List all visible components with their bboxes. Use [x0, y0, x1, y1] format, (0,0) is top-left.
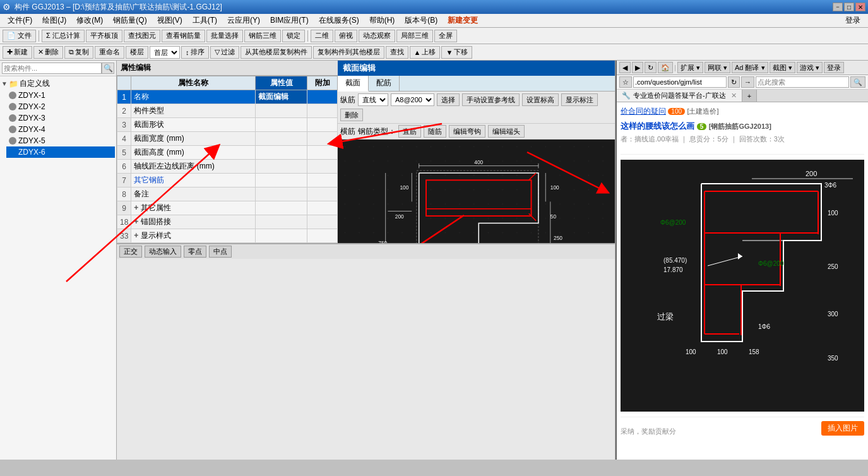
tree-item-zdyx1[interactable]: ZDYX-1: [6, 90, 115, 101]
copy-button[interactable]: ⧉ 复制: [64, 46, 93, 59]
row-value-1[interactable]: 截面编辑: [256, 90, 307, 104]
floor-select[interactable]: 首层: [150, 46, 180, 59]
row-value-7[interactable]: [256, 174, 307, 187]
screenshot-btn[interactable]: 截图 ▾: [770, 62, 795, 73]
link-price-contract[interactable]: 价合同的疑问: [621, 107, 666, 116]
tree-item-zdyx2[interactable]: ZDYX-2: [6, 101, 115, 112]
menu-rebar-qty[interactable]: 钢筋量(Q): [108, 14, 152, 27]
tb-lock[interactable]: 锁定: [282, 30, 305, 42]
translate-btn[interactable]: Ad 翻译 ▾: [732, 62, 768, 73]
search-input-browser[interactable]: [756, 76, 849, 88]
back-button[interactable]: ◀: [619, 62, 631, 73]
zero-point-button[interactable]: 零点: [184, 246, 206, 258]
line-type-select[interactable]: 直线: [358, 93, 388, 106]
row-value-8[interactable]: [256, 187, 307, 201]
tb-check-rebar[interactable]: 查看钢筋量: [162, 30, 205, 42]
star-button[interactable]: ☆: [619, 76, 632, 88]
dynamic-input-button[interactable]: 动态输入: [145, 246, 181, 258]
home-button[interactable]: 🏠: [658, 62, 673, 73]
cad-drawing-area[interactable]: 400 100 100 750 200: [338, 140, 615, 243]
browser-tab-qa[interactable]: 🔧 专业造价问题答疑平台-广联达 ✕: [617, 90, 742, 102]
down-button[interactable]: ▼ 下移: [441, 46, 472, 59]
filter-button[interactable]: ▽ 过滤: [210, 46, 239, 59]
delete-button[interactable]: ✕ 删除: [33, 46, 63, 59]
tab-close[interactable]: ✕: [731, 92, 737, 100]
search-input[interactable]: [2, 62, 102, 74]
menu-file[interactable]: 文件(F): [3, 14, 37, 27]
tree-item-zdyx4[interactable]: ZDYX-4: [6, 124, 115, 135]
sort-button[interactable]: ↕ 排序: [181, 46, 209, 59]
midpoint-button[interactable]: 中点: [209, 246, 232, 258]
menu-view[interactable]: 视图(V): [152, 14, 187, 27]
menu-version[interactable]: 版本号(B): [400, 14, 443, 27]
games-btn[interactable]: 游戏 ▾: [797, 62, 823, 73]
close-button[interactable]: ✕: [855, 3, 865, 11]
rename-button[interactable]: 重命名: [95, 46, 124, 59]
refresh-addr-button[interactable]: ↻: [728, 76, 740, 88]
tab-cross-section[interactable]: 截面: [338, 76, 369, 92]
forward-button[interactable]: ▶: [632, 62, 643, 73]
ortho-button[interactable]: 正交: [119, 246, 142, 258]
tb-top-view[interactable]: 俯视: [335, 30, 357, 42]
menu-draw[interactable]: 绘图(J): [37, 14, 71, 27]
tree-root[interactable]: ▼ 📁 自定义线: [1, 78, 115, 90]
row-value-3[interactable]: [256, 118, 307, 132]
menu-help[interactable]: 帮助(H): [364, 14, 400, 27]
tb-rebar-3d[interactable]: 钢筋三维: [244, 30, 281, 42]
set-height-button[interactable]: 设置标高: [522, 93, 559, 106]
row-value-5[interactable]: [256, 146, 307, 160]
tree-item-zdyx5[interactable]: ZDYX-5: [6, 135, 115, 146]
tab-rebar[interactable]: 配筋: [369, 76, 400, 91]
tree-item-zdyx3[interactable]: ZDYX-3: [6, 112, 115, 124]
tb-dynamic[interactable]: 动态观察: [359, 30, 395, 42]
menu-modify[interactable]: 修改(M): [71, 14, 108, 27]
address-input[interactable]: [633, 76, 727, 88]
menu-new-change[interactable]: 新建变更: [443, 14, 483, 27]
row-value-2[interactable]: [256, 104, 307, 118]
delete-rebar-button[interactable]: 删除: [340, 109, 363, 121]
from-other-floor-button[interactable]: 从其他楼层复制构件: [241, 46, 312, 59]
select-button[interactable]: 选择: [437, 93, 460, 106]
row-value-9[interactable]: [256, 201, 307, 215]
tb-sum[interactable]: Σ 汇总计算: [42, 30, 85, 42]
search-button[interactable]: 🔍: [102, 62, 114, 74]
question-title-1[interactable]: 这样的腰线该怎么画 5 [钢筋抽筋GGJ2013]: [621, 121, 864, 132]
show-label-button[interactable]: 显示标注: [561, 93, 598, 106]
menu-login[interactable]: 登录: [840, 14, 865, 27]
random-btn[interactable]: 随筋: [424, 125, 446, 138]
tb-local-3d[interactable]: 局部三维: [396, 30, 433, 42]
menu-online[interactable]: 在线服务(S): [314, 14, 364, 27]
expand-18[interactable]: +: [134, 217, 138, 226]
browser-content[interactable]: 价合同的疑问 100 [土建造价] 这样的腰线该怎么画 5 [钢筋抽筋GGJ20…: [617, 102, 868, 460]
edit-end-btn[interactable]: 编辑端头: [488, 125, 525, 138]
refresh-button[interactable]: ↻: [645, 62, 657, 73]
menu-cloud[interactable]: 云应用(Y): [222, 14, 265, 27]
menu-tools[interactable]: 工具(T): [187, 14, 222, 27]
tb-fullscreen[interactable]: 全屏: [434, 30, 457, 42]
find-button[interactable]: 查找: [386, 46, 408, 59]
manual-ref-button[interactable]: 手动设置参考线: [462, 93, 520, 106]
maximize-button[interactable]: □: [844, 3, 854, 11]
expand-9[interactable]: +: [134, 203, 138, 212]
go-button[interactable]: →: [741, 76, 754, 88]
row-value-18[interactable]: [256, 215, 307, 229]
copy-to-floor-button[interactable]: 复制构件到其他楼层: [313, 46, 384, 59]
new-button[interactable]: ✚ 新建: [3, 46, 32, 59]
up-button[interactable]: ▲ 上移: [410, 46, 441, 59]
network-btn[interactable]: 网联 ▾: [705, 62, 730, 73]
edit-curve-btn[interactable]: 编辑弯钩: [449, 125, 485, 138]
row-value-6[interactable]: [256, 160, 307, 174]
insert-image-button[interactable]: 插入图片: [821, 421, 864, 436]
expand-btn[interactable]: 扩展 ▾: [677, 62, 703, 73]
tb-file[interactable]: 📄 文件: [3, 30, 36, 42]
straight-btn[interactable]: 直筋: [398, 125, 421, 138]
row-value-4[interactable]: [256, 132, 307, 146]
tb-flat[interactable]: 平齐板顶: [86, 30, 122, 42]
tb-find[interactable]: 查找图元: [124, 30, 160, 42]
expand-33[interactable]: +: [134, 231, 138, 240]
minimize-button[interactable]: －: [833, 3, 843, 11]
rebar-spec-select[interactable]: A8@200: [391, 93, 434, 106]
tb-batch-select[interactable]: 批量选择: [206, 30, 243, 42]
menu-bim[interactable]: BIM应用(T): [265, 14, 314, 27]
tb-2d[interactable]: 二维: [311, 30, 333, 42]
